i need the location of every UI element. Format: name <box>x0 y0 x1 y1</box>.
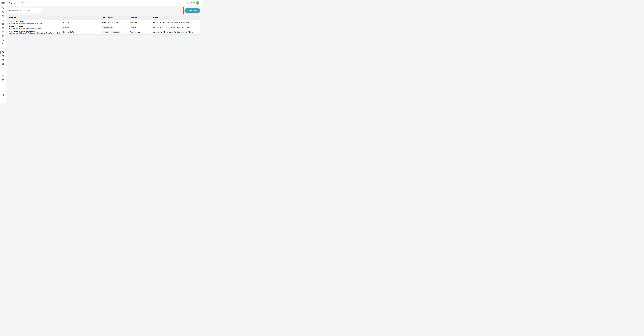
application-tag-chip[interactable]: production <box>102 26 114 29</box>
filter-cell: (user_agent ~ *Chrome/107.0*) and (user_… <box>153 31 194 33</box>
dark-mode-toggle[interactable] <box>186 2 190 4</box>
sort-ascending-icon[interactable] <box>19 17 21 19</box>
page-title[interactable]: Labelers <box>22 2 29 4</box>
sidebar-item-megaphone[interactable] <box>0 19 6 22</box>
new-labeler-button[interactable]: + New Labeler <box>184 8 200 13</box>
table-row[interactable]: Old Version of Chrome or FirefoxAdds lab… <box>8 30 200 35</box>
sidebar-item-trends[interactable] <box>0 71 6 74</box>
sidebar-expand-button[interactable] <box>0 99 6 101</box>
warning-triangle-icon <box>2 39 4 42</box>
main-content: ✕ + New Labeler LABELER i LABEL APPLICAT… <box>6 6 202 103</box>
double-chevron-right-icon <box>2 99 4 101</box>
sidebar-item-servers[interactable] <box>0 27 6 30</box>
bell-icon <box>2 63 4 66</box>
trend-up-icon <box>2 71 4 74</box>
server-stack-icon <box>2 27 4 30</box>
code-icon <box>2 47 4 50</box>
sidebar-bottom <box>0 94 6 103</box>
row-actions-menu-button[interactable] <box>194 26 200 28</box>
plus-icon: + <box>186 9 188 12</box>
sidebar-item-tasks[interactable] <box>0 23 6 26</box>
sidebar-item-bell[interactable] <box>0 63 6 66</box>
log-type-cell: Pageview logs <box>130 31 153 33</box>
application-tag-chip[interactable]: production <box>110 31 121 33</box>
folder-icon <box>2 43 4 46</box>
sidebar-item-folder[interactable] <box>0 43 6 46</box>
book-icon <box>2 94 4 96</box>
sidebar-item-box[interactable] <box>0 55 6 58</box>
labeler-description: Adds label to all Old Chrome/Firefox Pag… <box>9 32 62 34</box>
topbar: 1-google Labelers Dark SU <box>6 0 202 6</box>
filter-cell: (request_path ~ "*/checkout/cart/add/uen… <box>153 22 194 24</box>
column-header-label[interactable]: LABEL <box>62 17 102 19</box>
kebab-menu-icon <box>196 22 198 24</box>
sidebar-item-checks[interactable] <box>0 75 6 78</box>
table-header-row: LABELER i LABEL APPLICATIONS i LOG TYPE … <box>8 16 200 20</box>
app-logo[interactable] <box>0 0 6 6</box>
chevron-right-icon[interactable] <box>4 12 5 13</box>
sidebar-item-code[interactable] <box>0 47 6 50</box>
sidebar-item-home[interactable] <box>0 7 6 10</box>
labeler-name: Add to Cart Labeler <box>9 21 62 23</box>
row-actions-menu-button[interactable] <box>194 31 200 33</box>
check-circle-icon <box>2 75 4 78</box>
sidebar-item-lock[interactable] <box>0 11 6 14</box>
sidebar <box>0 0 6 103</box>
tag-icon <box>104 32 105 33</box>
table-row[interactable]: Add to Cart LabelerAdds label to all suc… <box>8 20 200 25</box>
application-tag-chip[interactable]: live <box>102 31 109 33</box>
sidebar-item-globe[interactable] <box>0 31 6 34</box>
column-header-applications[interactable]: APPLICATIONS i <box>102 17 130 19</box>
clear-filter-icon[interactable]: ✕ <box>39 10 40 12</box>
sidebar-item-labelers[interactable] <box>0 51 6 54</box>
label-cell: checkouts <box>62 27 102 28</box>
row-actions-menu-button[interactable] <box>194 22 200 24</box>
clipboard-check-icon <box>2 23 4 26</box>
labeler-name: Checkouts Labeler <box>9 26 62 28</box>
tag-icon <box>111 32 112 33</box>
sidebar-item-card[interactable] <box>0 35 6 38</box>
info-icon[interactable]: i <box>17 17 18 19</box>
log-type-cell: Proxy logs <box>130 22 153 24</box>
labeler-name: Old Version of Chrome or Firefox <box>9 30 62 32</box>
sidebar-item-cloud[interactable] <box>0 67 6 70</box>
log-type-cell: Proxy logs <box>130 27 153 28</box>
column-header-labeler[interactable]: LABELER i <box>8 17 62 19</box>
sidebar-item-docs[interactable] <box>0 94 6 96</box>
labelers-table: LABELER i LABEL APPLICATIONS i LOG TYPE … <box>8 16 200 35</box>
topbar-right: Dark SU <box>186 1 202 5</box>
sidebar-item-pages[interactable] <box>0 15 6 18</box>
applications-cell: production <box>102 26 130 29</box>
info-icon[interactable]: i <box>114 17 115 19</box>
filter-search-input[interactable] <box>12 10 38 12</box>
toggle-knob <box>186 2 188 4</box>
credit-card-icon <box>2 35 4 38</box>
box-icon <box>2 55 4 58</box>
tag-icon <box>104 27 105 28</box>
globe-icon <box>2 31 4 34</box>
workspace-tab[interactable]: 1-google <box>7 0 18 6</box>
sidebar-item-inbox[interactable] <box>0 59 6 62</box>
labeler-cell: Checkouts LabelerAdds label to all succe… <box>8 26 62 29</box>
box-download-icon <box>2 59 4 62</box>
kebab-menu-icon <box>196 26 198 28</box>
column-header-filter[interactable]: FILTER <box>153 17 194 19</box>
applications-cell: myEcommerceSite.com <box>102 22 130 24</box>
table-row[interactable]: Checkouts LabelerAdds label to all succe… <box>8 25 200 30</box>
tag-icon <box>2 51 4 54</box>
megaphone-icon <box>2 19 4 22</box>
kebab-menu-icon <box>196 31 198 33</box>
cloud-icon <box>2 67 4 70</box>
table-body: Add to Cart LabelerAdds label to all suc… <box>8 20 200 35</box>
sidebar-item-map[interactable] <box>0 79 6 82</box>
filter-cell: (request_path ~ "*/payment-information")… <box>153 27 194 28</box>
pages-list-icon <box>2 15 4 18</box>
labeler-cell: Old Version of Chrome or FirefoxAdds lab… <box>8 30 62 34</box>
user-avatar[interactable]: SU <box>196 1 199 5</box>
labeler-description: Adds label to all successful requests w/… <box>9 28 62 29</box>
column-header-log-type[interactable]: LOG TYPE <box>130 17 153 19</box>
map-icon <box>2 79 4 82</box>
labeler-cell: Add to Cart LabelerAdds label to all suc… <box>8 21 62 25</box>
applications-cell: liveproduction <box>102 31 130 33</box>
sidebar-item-alerts[interactable] <box>0 39 6 42</box>
